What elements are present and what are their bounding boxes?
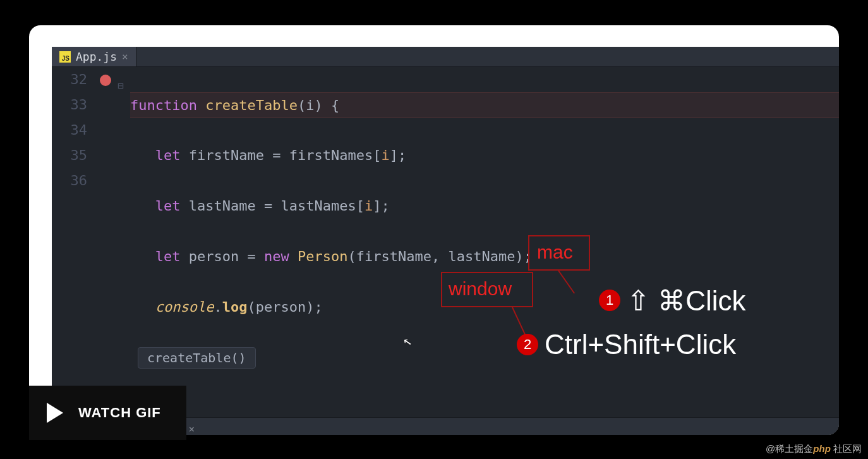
code-line: let firstName = firstNames[i]; — [130, 143, 839, 168]
parameter-hint: createTable() — [138, 347, 256, 369]
shortcut-mac: ⇧ ⌘Click — [627, 285, 746, 317]
annotation-window: window — [449, 278, 512, 300]
watch-gif-label: WATCH GIF — [78, 405, 161, 421]
annotation-mac: mac — [537, 242, 573, 263]
badge-1: 1 — [599, 290, 620, 311]
ide-window: JS App.js × 32 33 34 35 36 ⊟ function cr… — [52, 47, 839, 435]
code-line: let lastName = lastNames[i]; — [130, 193, 839, 219]
code-line: let person = new Person(firstName, lastN… — [130, 244, 839, 269]
breakpoint-column[interactable] — [95, 67, 118, 417]
close-icon[interactable]: × — [189, 423, 195, 435]
editor-tabbar: JS App.js × — [52, 47, 839, 67]
tab-filename: App.js — [76, 50, 117, 63]
editor-tab-appjs[interactable]: JS App.js × — [52, 47, 136, 66]
badge-2: 2 — [517, 334, 538, 355]
line-gutter: 32 33 34 35 36 — [52, 67, 95, 417]
watermark: @稀土掘金php 社区网 — [766, 443, 862, 455]
watch-gif-button[interactable]: WATCH GIF — [29, 386, 186, 440]
shortcut-windows: Ctrl+Shift+Click — [545, 329, 736, 360]
close-icon[interactable]: × — [122, 51, 128, 63]
code-line: function createTable(i) { — [130, 92, 839, 118]
fold-icon[interactable]: ⊟ — [118, 73, 124, 99]
screenshot-frame: JS App.js × 32 33 34 35 36 ⊟ function cr… — [29, 25, 839, 435]
js-file-icon: JS — [59, 51, 71, 63]
breakpoint-icon[interactable] — [100, 75, 111, 86]
fold-column[interactable]: ⊟ — [118, 67, 130, 417]
play-icon — [47, 403, 63, 423]
code-editor[interactable]: 32 33 34 35 36 ⊟ function createTable(i)… — [52, 67, 839, 417]
code-area[interactable]: function createTable(i) { let firstName … — [130, 67, 839, 417]
